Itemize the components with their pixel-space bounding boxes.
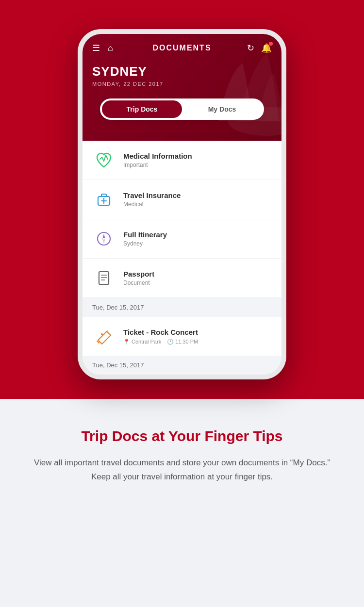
passport-icon: [94, 268, 114, 288]
doc-text-passport: Passport Document: [123, 270, 272, 286]
ticket-title: Ticket - Rock Concert: [123, 328, 198, 336]
phone-shell: ☰ ⌂ DOCUMENTS ↻ 🔔 SYDNEY MONDAY, 22 DEC …: [78, 29, 286, 379]
doc-item-medical[interactable]: Medical Information Important: [83, 141, 281, 180]
tab-trip-docs[interactable]: Trip Docs: [102, 100, 182, 118]
compass-icon: [94, 229, 114, 248]
home-icon[interactable]: ⌂: [108, 43, 113, 53]
doc-list: Medical Information Important: [83, 141, 281, 298]
svg-rect-7: [99, 272, 109, 284]
ticket-icon-wrap: [92, 325, 116, 348]
doc-title-medical: Medical Information: [123, 152, 272, 160]
section-header-date: Tue, Dec 15, 2017: [83, 298, 281, 317]
bottom-section: Trip Docs at Your Finger Tips View all i…: [0, 399, 364, 607]
notification-wrapper[interactable]: 🔔: [261, 43, 272, 53]
doc-subtitle-insurance: Medical: [123, 201, 272, 208]
svg-point-11: [101, 333, 103, 335]
ticket-meta: 📍 Central Park 🕐 11:30 PM: [123, 339, 198, 345]
doc-item-itinerary[interactable]: Full Itinerary Sydney: [83, 219, 281, 259]
medkit-icon-wrap: [92, 188, 116, 211]
app-header: ☰ ⌂ DOCUMENTS ↻ 🔔 SYDNEY MONDAY, 22 DEC …: [83, 34, 281, 141]
bottom-description: View all important travel documents and …: [29, 456, 335, 484]
heart-icon-wrap: [92, 148, 116, 172]
hamburger-icon[interactable]: ☰: [92, 43, 100, 53]
compass-icon-wrap: [92, 227, 116, 250]
ticket-location: 📍 Central Park: [123, 339, 161, 345]
notification-dot: [269, 42, 273, 46]
svg-marker-5: [102, 234, 105, 239]
phone-screen: ☰ ⌂ DOCUMENTS ↻ 🔔 SYDNEY MONDAY, 22 DEC …: [83, 34, 281, 375]
doc-item-passport[interactable]: Passport Document: [83, 259, 281, 298]
doc-title-itinerary: Full Itinerary: [123, 230, 272, 239]
doc-title-passport: Passport: [123, 270, 272, 278]
ticket-item[interactable]: Ticket - Rock Concert 📍 Central Park 🕐 1…: [83, 317, 281, 356]
svg-marker-6: [102, 239, 105, 244]
doc-item-insurance[interactable]: Travel Insurance Medical: [83, 180, 281, 219]
doc-text-medical: Medical Information Important: [123, 152, 272, 168]
doc-text-itinerary: Full Itinerary Sydney: [123, 230, 272, 247]
heart-icon: [94, 150, 114, 170]
ticket-icon: [93, 326, 115, 347]
doc-subtitle-medical: Important: [123, 162, 272, 168]
ticket-text: Ticket - Rock Concert 📍 Central Park 🕐 1…: [123, 328, 198, 345]
ticket-time: 🕐 11:30 PM: [167, 339, 198, 345]
clock-icon: 🕐: [167, 339, 174, 345]
section-header-date2: Tue, Dec 15, 2017: [83, 356, 281, 375]
location-icon: 📍: [123, 339, 130, 345]
doc-subtitle-passport: Document: [123, 279, 272, 286]
nav-title: DOCUMENTS: [152, 44, 211, 52]
doc-title-insurance: Travel Insurance: [123, 191, 272, 199]
bottom-title: Trip Docs at Your Finger Tips: [29, 428, 335, 444]
doc-text-insurance: Travel Insurance Medical: [123, 191, 272, 208]
passport-icon-wrap: [92, 266, 116, 290]
medkit-icon: [94, 190, 114, 209]
doc-subtitle-itinerary: Sydney: [123, 240, 272, 247]
nav-left: ☰ ⌂: [92, 43, 113, 53]
